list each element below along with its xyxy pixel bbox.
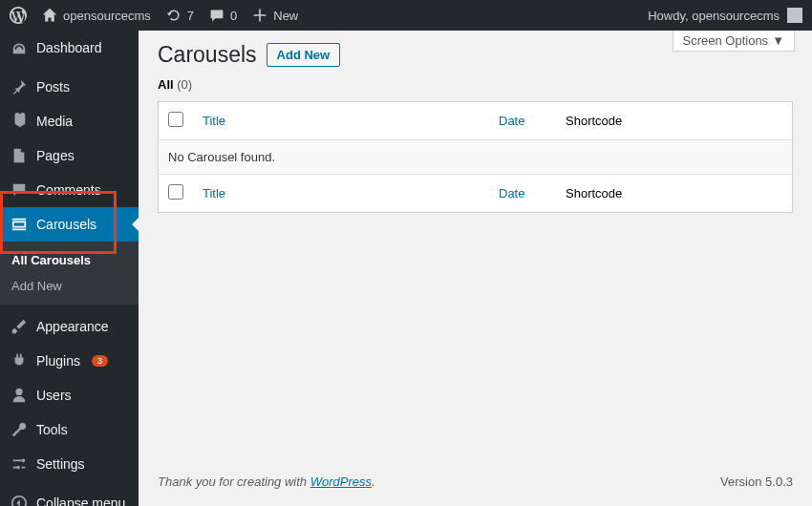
- footer-thanks: Thank you for creating with WordPress.: [158, 474, 375, 489]
- new-label: New: [273, 9, 298, 23]
- menu-plugins[interactable]: Plugins 3: [0, 344, 139, 378]
- menu-collapse[interactable]: Collapse menu: [0, 486, 139, 506]
- select-all-header: [159, 102, 194, 140]
- menu-label: Users: [36, 388, 72, 403]
- menu-pages[interactable]: Pages: [0, 138, 139, 173]
- media-icon: [10, 112, 29, 131]
- menu-settings[interactable]: Settings: [0, 447, 139, 481]
- admin-sidebar: Dashboard Posts Media Pages Comments Car…: [0, 31, 139, 506]
- admin-bar-right[interactable]: Howdy, opensourcecms: [648, 8, 810, 23]
- page-icon: [10, 146, 29, 165]
- site-name: opensourcecms: [63, 9, 151, 23]
- select-all-checkbox-footer[interactable]: [168, 184, 183, 200]
- filter-links: All (0): [158, 77, 793, 101]
- chevron-down-icon: ▼: [772, 33, 784, 48]
- home-icon: [42, 8, 57, 23]
- empty-row: No Carousel found.: [159, 140, 793, 175]
- admin-footer: Thank you for creating with WordPress. V…: [158, 457, 793, 506]
- new-link[interactable]: New: [245, 0, 306, 31]
- col-title-footer[interactable]: Title: [193, 175, 489, 213]
- menu-label: Media: [36, 114, 73, 129]
- menu-label: Pages: [36, 148, 75, 163]
- admin-bar: opensourcecms 7 0 New Howdy, opensourcec…: [0, 0, 812, 31]
- wp-logo[interactable]: [2, 0, 34, 31]
- avatar: [787, 8, 802, 23]
- dashboard-icon: [10, 38, 29, 57]
- menu-appearance[interactable]: Appearance: [0, 309, 139, 344]
- menu-label: Posts: [36, 79, 70, 95]
- col-shortcode-header: Shortcode: [556, 102, 793, 140]
- filter-all[interactable]: All: [158, 77, 174, 92]
- menu-carousels[interactable]: Carousels: [0, 207, 139, 242]
- menu-label: Settings: [36, 456, 85, 472]
- footer-thank-text: Thank you for creating with: [158, 474, 310, 489]
- refresh-icon: [166, 8, 182, 23]
- admin-bar-left: opensourcecms 7 0 New: [2, 0, 306, 31]
- comment-icon: [209, 8, 224, 23]
- select-all-footer: [159, 175, 194, 213]
- wordpress-link[interactable]: WordPress: [310, 474, 372, 489]
- menu-tools[interactable]: Tools: [0, 412, 139, 447]
- updates-link[interactable]: 7: [159, 0, 202, 31]
- add-new-button[interactable]: Add New: [267, 43, 341, 67]
- footer-version: Version 5.0.3: [720, 474, 793, 489]
- screen-options-label: Screen Options: [683, 33, 769, 48]
- menu-label: Comments: [36, 182, 101, 198]
- menu-label: Appearance: [36, 319, 109, 334]
- comments-link[interactable]: 0: [202, 0, 245, 31]
- carousels-table: Title Date Shortcode No Carousel found. …: [158, 101, 793, 213]
- menu-label: Plugins: [36, 353, 80, 369]
- menu-label: Collapse menu: [36, 495, 125, 506]
- menu-users[interactable]: Users: [0, 378, 139, 412]
- plug-icon: [10, 351, 29, 370]
- submenu-carousels: All Carousels Add New: [0, 242, 139, 305]
- site-link[interactable]: opensourcecms: [34, 0, 159, 31]
- menu-media[interactable]: Media: [0, 104, 139, 138]
- col-shortcode-footer: Shortcode: [556, 175, 793, 213]
- filter-all-count: (0): [177, 77, 192, 92]
- user-icon: [10, 386, 29, 405]
- plus-icon: [252, 8, 267, 23]
- comment-icon: [10, 180, 29, 200]
- col-date-footer[interactable]: Date: [489, 175, 556, 213]
- sliders-icon: [10, 454, 29, 474]
- comments-count: 0: [230, 9, 237, 23]
- wrench-icon: [10, 420, 29, 439]
- updates-count: 7: [187, 9, 194, 23]
- menu-label: Dashboard: [36, 40, 102, 55]
- menu-comments[interactable]: Comments: [0, 173, 139, 207]
- menu-posts[interactable]: Posts: [0, 70, 139, 104]
- brush-icon: [10, 317, 29, 336]
- menu-label: Tools: [36, 422, 68, 437]
- menu-label: Carousels: [36, 217, 96, 232]
- page-title: Carousels: [158, 42, 257, 68]
- wordpress-icon: [10, 7, 27, 24]
- submenu-add-new[interactable]: Add New: [0, 273, 139, 299]
- plugins-badge: 3: [92, 355, 108, 367]
- col-title-header[interactable]: Title: [193, 102, 489, 140]
- submenu-all-carousels[interactable]: All Carousels: [0, 247, 139, 273]
- slides-icon: [10, 215, 29, 234]
- main-content: Screen Options ▼ Carousels Add New All (…: [139, 31, 812, 506]
- screen-options-tab[interactable]: Screen Options ▼: [673, 31, 795, 52]
- pin-icon: [10, 77, 29, 96]
- col-date-header[interactable]: Date: [489, 102, 556, 140]
- collapse-icon: [10, 494, 29, 506]
- howdy-text: Howdy, opensourcecms: [648, 9, 780, 23]
- select-all-checkbox[interactable]: [168, 112, 183, 127]
- menu-dashboard[interactable]: Dashboard: [0, 31, 139, 65]
